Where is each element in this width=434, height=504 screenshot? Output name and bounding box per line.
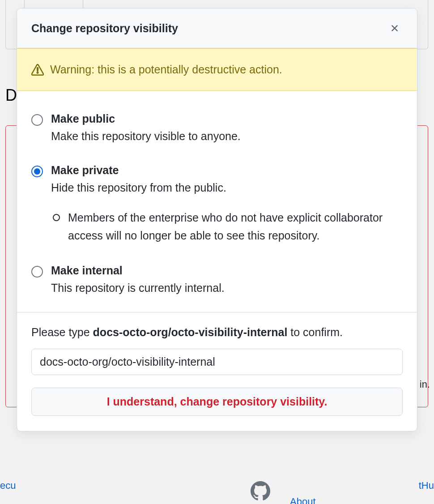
dialog-title: Change repository visibility (31, 22, 178, 35)
warning-icon (31, 64, 44, 76)
close-button[interactable] (387, 20, 403, 36)
option-private-desc: Hide this repository from the public. (51, 179, 403, 196)
option-private-note: Members of the enterprise who do not hav… (68, 209, 403, 244)
option-public[interactable]: Make public Make this repository visible… (31, 112, 403, 144)
warning-banner: Warning: this is a potentially destructi… (17, 48, 417, 91)
confirm-suffix: to confirm. (287, 326, 343, 338)
option-private-notes: Members of the enterprise who do not hav… (51, 209, 403, 244)
option-internal[interactable]: Make internal This repository is current… (31, 264, 403, 296)
close-icon (389, 23, 400, 34)
confirm-label: Please type docs-octo-org/octo-visibilit… (31, 326, 403, 339)
option-private-title: Make private (51, 164, 403, 177)
change-visibility-dialog: Change repository visibility Warning: th… (17, 8, 417, 431)
option-public-desc: Make this repository visible to anyone. (51, 128, 403, 144)
warning-text: Warning: this is a potentially destructi… (50, 63, 282, 76)
confirm-prefix: Please type (31, 326, 93, 338)
option-internal-desc: This repository is currently internal. (51, 280, 403, 296)
visibility-options: Make public Make this repository visible… (17, 91, 417, 312)
option-internal-title: Make internal (51, 264, 403, 277)
radio-private[interactable] (31, 166, 43, 177)
option-public-title: Make public (51, 112, 403, 125)
confirm-button[interactable]: I understand, change repository visibili… (31, 388, 403, 416)
dialog-header: Change repository visibility (17, 9, 417, 48)
confirm-repo-name: docs-octo-org/octo-visibility-internal (93, 326, 288, 338)
confirm-input[interactable] (31, 349, 403, 375)
radio-internal[interactable] (31, 266, 43, 278)
option-private-body: Make private Hide this repository from t… (51, 164, 403, 244)
option-private[interactable]: Make private Hide this repository from t… (31, 164, 403, 244)
option-internal-body: Make internal This repository is current… (51, 264, 403, 296)
confirm-section: Please type docs-octo-org/octo-visibilit… (17, 312, 417, 431)
option-public-body: Make public Make this repository visible… (51, 112, 403, 144)
radio-public[interactable] (31, 114, 43, 126)
